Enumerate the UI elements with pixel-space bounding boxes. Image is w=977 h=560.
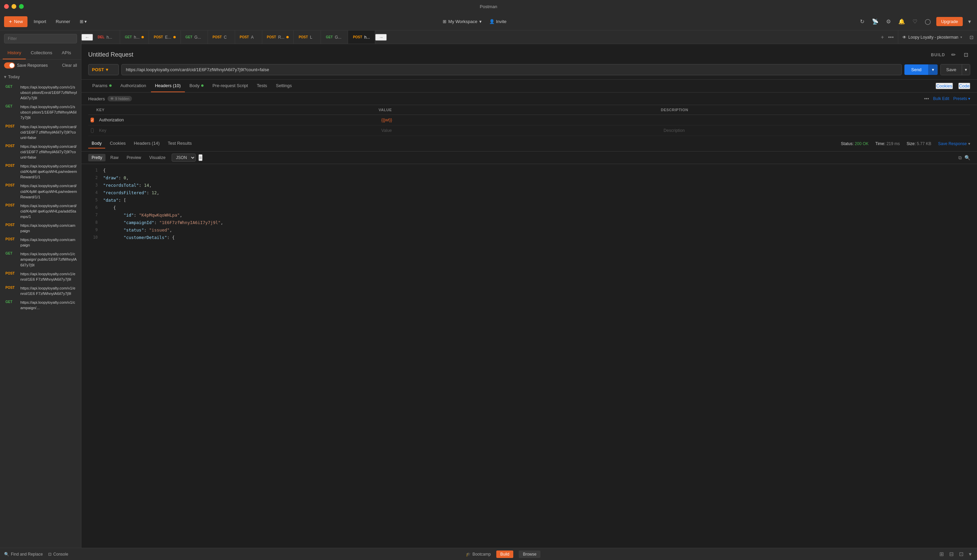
fmt-raw[interactable]: Raw <box>107 154 122 162</box>
heart-icon[interactable]: ♡ <box>910 16 919 27</box>
layout-button-4[interactable]: ▾ <box>967 550 973 558</box>
row-checkbox[interactable] <box>88 116 96 124</box>
bulk-edit-button[interactable]: Bulk Edit <box>933 96 949 101</box>
send-dropdown-button[interactable]: ▾ <box>928 64 938 75</box>
resp-tab-body[interactable]: Body <box>88 138 105 148</box>
filter-input[interactable] <box>4 34 77 43</box>
settings-icon[interactable]: ⚙ <box>884 16 893 27</box>
toggle-sidebar-right-button[interactable]: ⊡ <box>966 35 977 40</box>
list-item[interactable]: POST https://api.loopyloyalty.com/v1/enr… <box>0 270 81 284</box>
clear-all-button[interactable]: Clear all <box>62 63 77 68</box>
resp-tab-headers[interactable]: Headers (14) <box>130 138 163 148</box>
row-key-placeholder[interactable]: Key <box>96 127 379 134</box>
list-item[interactable]: POST https://api.loopyloyalty.com/campai… <box>0 221 81 235</box>
sync-icon[interactable]: ↻ <box>858 16 867 27</box>
row-checkbox[interactable] <box>88 127 96 134</box>
list-item[interactable]: POST https://api.loopyloyalty.com/v1/enr… <box>0 284 81 298</box>
tab-get-g[interactable]: GET G... <box>181 30 208 44</box>
url-input[interactable] <box>122 64 902 75</box>
list-item[interactable]: POST https://api.loopyloyalty.com/card/c… <box>0 162 81 182</box>
layout-button-2[interactable]: ⊟ <box>948 550 955 558</box>
tab-del[interactable]: DEL h... <box>93 30 120 44</box>
sidebar-tab-history[interactable]: History <box>3 47 26 59</box>
row-value[interactable]: {{jwt}} <box>379 116 661 124</box>
find-replace-button[interactable]: 🔍 Find and Replace <box>4 552 43 557</box>
tab-settings[interactable]: Settings <box>272 80 296 92</box>
save-button[interactable]: Save <box>940 64 962 75</box>
console-button[interactable]: ⊡ Console <box>48 552 68 557</box>
tab-post-r[interactable]: POST R... <box>262 30 294 44</box>
import-button[interactable]: Import <box>30 17 50 26</box>
tab-forward-button[interactable]: → <box>375 34 387 41</box>
save-responses-toggle[interactable] <box>4 62 15 68</box>
invite-button[interactable]: 👤 Invite <box>486 17 510 26</box>
resp-tab-test-results[interactable]: Test Results <box>164 138 195 148</box>
search-button[interactable]: 🔍 <box>964 155 970 161</box>
fmt-pretty[interactable]: Pretty <box>88 154 105 162</box>
list-item[interactable]: GET https://api.loopyloyalty.com/v1/camp… <box>0 250 81 269</box>
tab-post-c[interactable]: POST C <box>208 30 235 44</box>
presets-button[interactable]: Presets ▾ <box>953 96 970 101</box>
fmt-preview[interactable]: Preview <box>123 154 145 162</box>
tab-tests[interactable]: Tests <box>253 80 271 92</box>
build-nav-button[interactable]: Build <box>496 550 514 558</box>
maximize-button[interactable] <box>19 4 24 9</box>
format-type-select[interactable]: JSON XML HTML Text <box>172 153 196 162</box>
save-response-button[interactable]: Save Response ▾ <box>938 142 970 146</box>
profile-icon[interactable]: ◯ <box>923 16 933 27</box>
close-button[interactable] <box>4 4 9 9</box>
workspace-selector[interactable]: 👁 Loopy Loyalty - pkosterman ▾ <box>898 30 966 44</box>
list-item[interactable]: POST https://api.loopyloyalty.com/card/c… <box>0 182 81 201</box>
list-item[interactable]: GET https://api.loopyloyalty.com/v1/camp… <box>0 298 81 312</box>
minimize-button[interactable] <box>12 4 16 9</box>
list-item[interactable]: POST https://api.loopyloyalty.com/card/c… <box>0 122 81 142</box>
list-item[interactable]: POST https://api.loopyloyalty.com/campai… <box>0 235 81 250</box>
format-lines-button[interactable]: ≡ <box>199 154 202 161</box>
tab-get-g2[interactable]: GET G... <box>321 30 348 44</box>
satellite-icon[interactable]: 📡 <box>870 16 881 27</box>
tab-back-button[interactable]: ← <box>82 34 93 41</box>
tab-body[interactable]: Body <box>185 80 208 92</box>
list-item[interactable]: GET https://api.loopyloyalty.com/v1/subs… <box>0 83 81 102</box>
row-description-placeholder[interactable]: Description <box>661 127 943 134</box>
list-item[interactable]: GET https://api.loopyloyalty.com/v1/subs… <box>0 102 81 122</box>
tab-post-e[interactable]: POST E... <box>149 30 180 44</box>
runner-button[interactable]: Runner <box>52 17 73 26</box>
notification-icon[interactable]: 🔔 <box>896 16 907 27</box>
more-tabs-button[interactable]: ••• <box>887 33 895 41</box>
workspace-button[interactable]: ⊞ My Workspace ▾ <box>439 17 486 26</box>
expand-button[interactable]: ⊡ <box>962 50 970 60</box>
upgrade-button[interactable]: Upgrade <box>936 17 963 26</box>
bootcamp-button[interactable]: 🎓 Bootcamp <box>466 552 491 557</box>
list-item[interactable]: POST https://api.loopyloyalty.com/card/c… <box>0 202 81 221</box>
fmt-visualize[interactable]: Visualize <box>146 154 169 162</box>
layout-button-1[interactable]: ⊞ <box>938 550 945 558</box>
upgrade-chevron-icon[interactable]: ▾ <box>966 16 973 27</box>
today-section-header[interactable]: ▾ Today <box>4 73 77 81</box>
more-options-button[interactable]: ••• <box>924 96 929 102</box>
tab-post-active[interactable]: POST h... <box>348 30 375 44</box>
tab-pre-request[interactable]: Pre-request Script <box>208 80 252 92</box>
code-link[interactable]: Code <box>959 83 970 89</box>
add-tab-button[interactable]: + <box>879 33 885 41</box>
copy-button[interactable]: ⧉ <box>959 155 962 161</box>
tab-post-a[interactable]: POST A <box>235 30 262 44</box>
checkbox[interactable] <box>91 128 94 133</box>
browse-nav-button[interactable]: Browse <box>519 550 540 558</box>
row-value-placeholder[interactable]: Value <box>379 127 661 134</box>
send-button[interactable]: Send <box>904 64 928 75</box>
save-dropdown-button[interactable]: ▾ <box>962 64 970 75</box>
tab-headers[interactable]: Headers (10) <box>151 80 185 92</box>
sidebar-tab-collections[interactable]: Collections <box>26 47 57 59</box>
edit-button[interactable]: ✏ <box>949 50 958 60</box>
tab-get-1[interactable]: GET h... <box>120 30 149 44</box>
list-item[interactable]: POST https://api.loopyloyalty.com/card/c… <box>0 142 81 162</box>
new-button[interactable]: + New <box>4 16 27 27</box>
resp-tab-cookies[interactable]: Cookies <box>107 138 129 148</box>
tab-authorization[interactable]: Authorization <box>116 80 150 92</box>
layout-button-3[interactable]: ⊡ <box>958 550 965 558</box>
layout-button[interactable]: ⊞ ▾ <box>76 17 90 26</box>
tab-params[interactable]: Params <box>88 80 116 92</box>
sidebar-tab-apis[interactable]: APIs <box>57 47 76 59</box>
method-select[interactable]: POST ▾ <box>88 64 119 75</box>
